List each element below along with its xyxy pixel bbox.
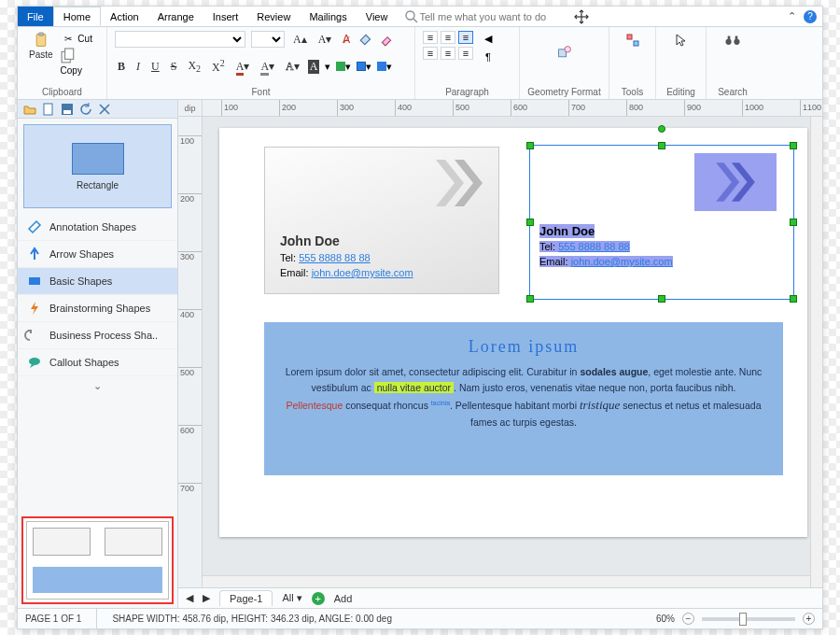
shrink-font-icon[interactable]: A▾: [315, 33, 335, 47]
shape-style-button[interactable]: ▾: [377, 59, 392, 74]
zoom-in-icon[interactable]: +: [803, 613, 815, 625]
ribbon-clipboard: Paste ✂ Cut Copy Clipboard: [18, 27, 107, 99]
help-icon[interactable]: ?: [804, 10, 817, 23]
align-mc-button[interactable]: ≡: [441, 47, 455, 60]
sidebar-item-callout[interactable]: Callout Shapes: [18, 349, 177, 376]
align-ml-button[interactable]: ≡: [423, 47, 438, 60]
menu-tab-view[interactable]: View: [357, 7, 398, 26]
highlight-button[interactable]: A▾: [258, 60, 277, 74]
zoom-out-icon[interactable]: −: [682, 613, 694, 625]
strike-button[interactable]: S: [168, 60, 180, 74]
rotate-handle[interactable]: [658, 125, 665, 133]
menu-tab-arrange[interactable]: Arrange: [148, 7, 203, 26]
align-tr-button[interactable]: ≡: [458, 31, 473, 44]
resize-handle-nw[interactable]: [526, 142, 534, 149]
align-tc-button[interactable]: ≡: [441, 31, 455, 44]
annotation-icon: [27, 219, 42, 234]
tab-all[interactable]: All ▾: [282, 592, 301, 604]
save-icon[interactable]: [61, 103, 74, 116]
align-mr-button[interactable]: ≡: [458, 47, 473, 60]
menu-tab-insert[interactable]: Insert: [203, 7, 248, 26]
status-bar: PAGE 1 OF 1 SHAPE WIDTH: 458.76 dip, HEI…: [18, 608, 822, 628]
resize-handle-w[interactable]: [526, 219, 534, 226]
geometry-format-button[interactable]: [527, 31, 601, 74]
add-page-icon[interactable]: +: [312, 592, 325, 605]
italic-button[interactable]: I: [133, 60, 143, 74]
cut-button[interactable]: ✂ Cut: [61, 31, 99, 46]
next-page-icon[interactable]: ▶: [203, 592, 210, 604]
zoom-slider[interactable]: [702, 617, 795, 621]
resize-handle-e[interactable]: [790, 219, 797, 226]
eraser-icon[interactable]: [379, 32, 394, 47]
tell-me-input[interactable]: [419, 11, 568, 22]
menu-file[interactable]: File: [18, 7, 53, 26]
fill-color-button[interactable]: ▾: [336, 59, 351, 74]
svg-point-22: [29, 358, 40, 365]
binoculars-icon: [725, 33, 740, 48]
ribbon-editing: Editing: [656, 27, 707, 99]
move-icon[interactable]: [574, 9, 589, 24]
font-color-button[interactable]: A▾: [233, 60, 253, 74]
menu-tab-mailings[interactable]: Mailings: [300, 7, 356, 26]
indent-left-icon[interactable]: ◀: [481, 31, 496, 46]
resize-handle-sw[interactable]: [526, 295, 534, 303]
font-size-select[interactable]: [251, 31, 285, 48]
zoom-thumb[interactable]: [739, 613, 747, 626]
line-color-button[interactable]: ▾: [357, 59, 371, 74]
text-outline-button[interactable]: A▾: [283, 60, 302, 74]
cut-icon: ✂: [61, 31, 76, 46]
status-zoom: 60%: [649, 614, 682, 624]
search-button[interactable]: [714, 31, 751, 49]
collapse-ribbon-icon[interactable]: ⌃: [788, 10, 796, 22]
business-card-left[interactable]: John Doe Tel: 555 8888 88 88 Email: john…: [264, 147, 499, 294]
selected-shape[interactable]: John Doe Tel: 555 8888 88 88 Email: john…: [529, 145, 794, 300]
copy-button[interactable]: Copy: [61, 49, 99, 76]
clear-format-icon[interactable]: A̷: [340, 33, 353, 47]
add-page-label[interactable]: Add: [334, 593, 353, 604]
chevron-down-icon[interactable]: ⌄: [18, 376, 177, 396]
shape-categories: Annotation Shapes Arrow Shapes Basic Sha…: [18, 214, 177, 376]
underline-button[interactable]: U: [148, 60, 162, 74]
lorem-box[interactable]: Lorem ipsum Lorem ipsum dolor sit amet, …: [264, 322, 783, 475]
close-icon[interactable]: [98, 103, 111, 116]
menu-tab-review[interactable]: Review: [247, 7, 300, 26]
page[interactable]: John Doe Tel: 555 8888 88 88 Email: john…: [219, 128, 807, 537]
pilcrow-icon[interactable]: ¶: [481, 49, 496, 64]
menu-tab-action[interactable]: Action: [101, 7, 148, 26]
refresh-icon[interactable]: [79, 103, 92, 116]
resize-handle-ne[interactable]: [790, 142, 797, 149]
align-tl-button[interactable]: ≡: [423, 31, 438, 44]
new-doc-icon[interactable]: [42, 103, 55, 116]
sidebar-item-basic[interactable]: Basic Shapes: [18, 268, 177, 295]
paste-button[interactable]: Paste: [25, 31, 57, 76]
shape-preview[interactable]: Rectangle: [23, 124, 172, 208]
sidebar-item-annotation[interactable]: Annotation Shapes: [18, 214, 177, 241]
sidebar-item-brainstorm[interactable]: Brainstorming Shapes: [18, 295, 177, 322]
subscript-button[interactable]: X2: [185, 59, 203, 74]
resize-handle-n[interactable]: [658, 142, 665, 149]
editing-button[interactable]: [664, 31, 698, 49]
font-family-select[interactable]: [115, 31, 245, 48]
menu-tab-home[interactable]: Home: [53, 7, 101, 26]
sidebar-item-arrow[interactable]: Arrow Shapes: [18, 241, 177, 268]
folder-icon[interactable]: [23, 103, 36, 116]
tab-page1[interactable]: Page-1: [219, 590, 273, 606]
resize-handle-s[interactable]: [658, 295, 665, 303]
canvas[interactable]: John Doe Tel: 555 8888 88 88 Email: john…: [203, 117, 822, 587]
tools-button[interactable]: [617, 31, 648, 49]
scrollbar-vertical[interactable]: [810, 117, 822, 587]
scrollbar-horizontal[interactable]: [203, 575, 810, 587]
page-thumbnail[interactable]: [21, 516, 174, 604]
format-painter-icon[interactable]: [358, 32, 373, 47]
svg-rect-10: [627, 35, 632, 39]
resize-handle-se[interactable]: [790, 295, 797, 303]
text-case-button[interactable]: A: [308, 60, 320, 74]
superscript-button[interactable]: X2: [209, 58, 228, 75]
ribbon-paragraph: ≡ ≡ ≡ ≡ ≡ ≡ ◀ ¶ Paragraph: [415, 27, 520, 99]
prev-page-icon[interactable]: ◀: [186, 592, 193, 604]
grow-font-icon[interactable]: A▴: [290, 33, 310, 47]
sidebar-item-process[interactable]: Business Process Sha..: [18, 322, 177, 349]
bold-button[interactable]: B: [115, 60, 128, 74]
canvas-area: dip 10020030040050060070080090010001100 …: [178, 100, 822, 608]
tell-me-search[interactable]: [404, 9, 568, 24]
